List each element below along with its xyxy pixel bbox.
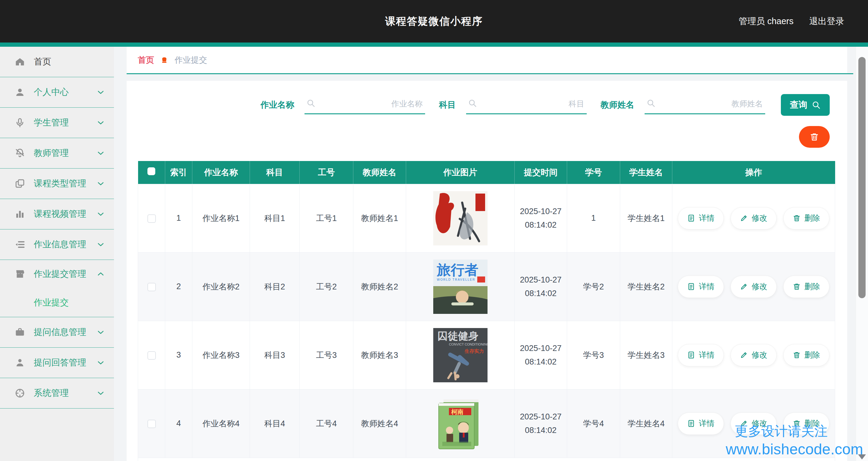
cell-teacher-name: 教师姓名3: [353, 321, 406, 389]
edit-button-label: 修改: [752, 418, 767, 429]
homework-name-filter-field: [305, 96, 425, 114]
sidebar-item-label: 学生管理: [34, 117, 96, 129]
delete-button[interactable]: 删除: [783, 344, 829, 366]
homework-image-convict-conditioning-cover[interactable]: 囚徒健身CONVICT CONDITIONING生存实力: [433, 328, 488, 382]
trash-icon: [809, 132, 819, 142]
sidebar-item-label: 系统管理: [34, 387, 96, 399]
breadcrumb-home-link[interactable]: 首页: [138, 55, 154, 65]
teacher-name-filter-field: [645, 96, 765, 114]
table-row: 4作业名称4科目4工号4教师姓名4柯南2025-10-2708:14:02学号4…: [138, 389, 835, 458]
sidebar-item-home[interactable]: 首页: [0, 47, 114, 77]
home-icon: [14, 56, 25, 67]
sidebar-item-label: 提问信息管理: [34, 326, 96, 338]
cell-homework-name: 作业名称1: [192, 184, 250, 252]
sidebar-item-homework-submit-mgmt[interactable]: 作业提交管理: [0, 260, 114, 288]
sidebar-subitem-label: 作业提交: [34, 297, 69, 309]
column-header: 索引: [165, 161, 192, 184]
svg-text:囚徒健身: 囚徒健身: [437, 330, 478, 342]
column-header: 作业名称: [192, 161, 250, 184]
detail-button[interactable]: 详情: [678, 207, 724, 229]
cell-subject: 科目3: [250, 321, 300, 389]
subject-input[interactable]: [466, 96, 587, 114]
detail-button[interactable]: 详情: [678, 344, 724, 366]
pen-icon: [740, 214, 748, 222]
trash-icon: [793, 351, 801, 359]
column-header: 操作: [672, 161, 835, 184]
sidebar: 首页个人中心学生管理教师管理课程类型管理课程视频管理作业信息管理作业提交管理作业…: [0, 47, 114, 461]
search-button[interactable]: 查询: [781, 94, 830, 116]
delete-button[interactable]: 删除: [783, 412, 829, 435]
column-header: 工号: [300, 161, 353, 184]
delete-button-label: 删除: [804, 418, 820, 429]
column-header: 教师姓名: [353, 161, 406, 184]
sidebar-item-question-info-mgmt[interactable]: 提问信息管理: [0, 317, 114, 348]
svg-text:柯南: 柯南: [451, 408, 463, 415]
column-header: 提交时间: [515, 161, 567, 184]
delete-button-label: 删除: [804, 281, 820, 292]
sidebar-item-course-video-mgmt[interactable]: 课程视频管理: [0, 199, 114, 229]
sidebar-item-teacher-mgmt[interactable]: 教师管理: [0, 138, 114, 168]
cell-actions: 详情修改删除: [672, 389, 835, 458]
cell-actions: 详情修改删除: [672, 252, 835, 321]
scrollbar-down-arrow[interactable]: [858, 454, 866, 460]
homework-name-input[interactable]: [305, 96, 425, 114]
admin-user-label: 管理员 chaers: [739, 16, 794, 27]
sidebar-item-label: 课程视频管理: [34, 208, 96, 220]
document-icon: [687, 351, 695, 359]
cell-submit-time: 2025-10-2708:14:02: [515, 321, 567, 389]
detail-button-label: 详情: [699, 418, 715, 429]
row-checkbox[interactable]: [148, 283, 156, 291]
svg-text:旅行者: 旅行者: [436, 262, 478, 278]
edit-button[interactable]: 修改: [731, 344, 777, 366]
detail-button[interactable]: 详情: [678, 412, 724, 435]
homework-image-detective-conan-books[interactable]: 柯南: [433, 397, 488, 451]
delete-button[interactable]: 删除: [783, 207, 829, 229]
cell-actions: 详情修改删除: [672, 184, 835, 252]
cell-teacher-name: 教师姓名1: [353, 184, 406, 252]
filter-bar: 作业名称科目教师姓名查询: [257, 87, 830, 122]
page-scrollbar[interactable]: [856, 47, 868, 461]
cell-student-no: 学号3: [567, 321, 620, 389]
search-icon: [306, 99, 315, 107]
column-header: 作业图片: [406, 161, 515, 184]
select-all-checkbox[interactable]: [148, 167, 155, 175]
logout-link[interactable]: 退出登录: [809, 16, 844, 27]
row-checkbox[interactable]: [148, 351, 156, 360]
teacher-name-input[interactable]: [645, 96, 765, 114]
sidebar-item-student-mgmt[interactable]: 学生管理: [0, 107, 114, 138]
breadcrumb-current: 作业提交: [175, 55, 207, 65]
chevron-down-icon: [96, 148, 105, 158]
edit-button[interactable]: 修改: [731, 276, 777, 298]
table-row: 2作业名称2科目2工号2教师姓名2旅行者WORLD TRAVELLER2025-…: [138, 252, 835, 321]
cell-subject: 科目1: [250, 184, 300, 252]
row-checkbox[interactable]: [148, 420, 156, 428]
cell-subject: 科目2: [250, 252, 300, 321]
briefcase-icon: [14, 327, 25, 338]
cell-teacher-name: 教师姓名2: [353, 252, 406, 321]
cell-index: 4: [165, 389, 192, 458]
cell-job-no: 工号2: [300, 252, 353, 321]
homework-image-snow-sword-novel-cover[interactable]: [433, 191, 488, 245]
subject-filter-field: [466, 96, 587, 114]
detail-button[interactable]: 详情: [678, 276, 724, 298]
batch-delete-button[interactable]: [799, 126, 830, 148]
sidebar-item-course-type-mgmt[interactable]: 课程类型管理: [0, 168, 114, 199]
content-card: 作业名称科目教师姓名查询 索引作业名称科目工号教师姓名作业图片提交时间学号学生姓…: [127, 81, 847, 461]
cell-student-name: 学生姓名1: [620, 184, 672, 252]
app-title: 课程答疑微信小程序: [0, 0, 868, 42]
sidebar-item-personal-center[interactable]: 个人中心: [0, 77, 114, 107]
teacher-name-filter-label: 教师姓名: [600, 99, 634, 111]
edit-button[interactable]: 修改: [731, 412, 777, 435]
homework-image-traveller-magazine-cover[interactable]: 旅行者WORLD TRAVELLER: [433, 259, 488, 314]
scrollbar-thumb[interactable]: [858, 57, 866, 298]
edit-button-label: 修改: [752, 281, 767, 292]
svg-text:WORLD TRAVELLER: WORLD TRAVELLER: [437, 278, 475, 281]
delete-button[interactable]: 删除: [783, 276, 829, 298]
sidebar-item-question-answer-mgmt[interactable]: 提问回答管理: [0, 348, 114, 378]
row-checkbox[interactable]: [148, 214, 156, 223]
globe-icon: [14, 388, 25, 399]
sidebar-item-homework-info-mgmt[interactable]: 作业信息管理: [0, 229, 114, 260]
edit-button[interactable]: 修改: [731, 207, 777, 229]
sidebar-item-system-mgmt[interactable]: 系统管理: [0, 378, 114, 408]
sidebar-subitem-homework-submit[interactable]: 作业提交: [0, 288, 114, 317]
